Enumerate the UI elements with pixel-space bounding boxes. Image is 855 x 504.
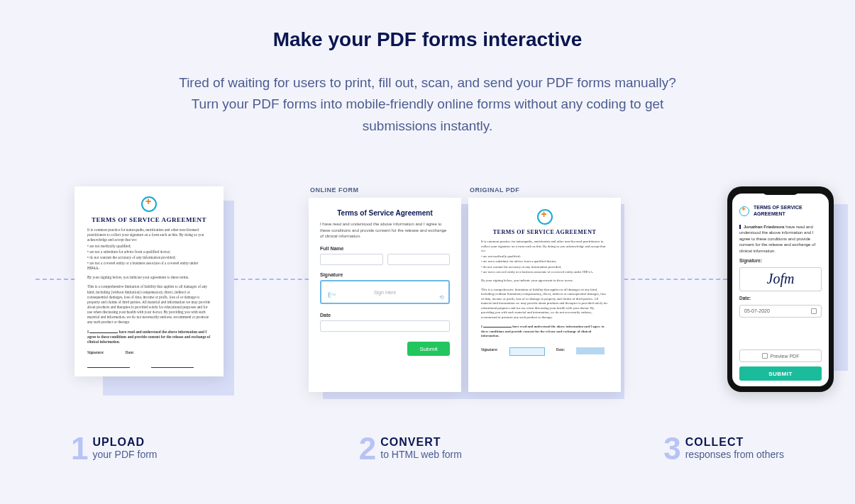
orig-signature-highlight	[509, 347, 545, 356]
orig-date-label: Date:	[556, 347, 565, 356]
step-collect: 3 COLLECT responses from others	[663, 435, 784, 463]
doc-date-line	[151, 361, 194, 368]
submit-button[interactable]: Submit	[407, 342, 450, 356]
orig-consent: I have read and understood the above inf…	[481, 324, 608, 338]
lastname-input[interactable]	[387, 254, 451, 265]
original-pdf-card: TERMS OF SERVICE AGREEMENT It is common …	[468, 198, 621, 392]
orig-p1: It is common practice for naturopaths, n…	[481, 240, 608, 253]
phone-form-title: TERMS OF SERVICE AGREEMENT	[754, 205, 822, 217]
orig-body: It is common practice for naturopaths, n…	[481, 240, 608, 355]
preview-pdf-button[interactable]: Preview PDF	[739, 349, 822, 362]
pdf-icon	[762, 353, 768, 359]
doc-date-label: Date:	[126, 350, 134, 355]
phone-date-input[interactable]: 05-07-2020	[739, 305, 822, 318]
phone-date-value: 05-07-2020	[744, 308, 770, 313]
orig-signature-label: Signature:	[481, 347, 498, 356]
signature-clear-icon[interactable]: ⟲	[439, 294, 444, 301]
signature-label: Signature	[320, 272, 450, 277]
original-pdf-head: ORIGINAL PDF	[468, 186, 621, 194]
phone-consent-text: Jonathan Friedmore have read and underst…	[739, 224, 822, 254]
phone-submit-button[interactable]: SUBMIT	[739, 366, 822, 381]
phone-signature-label: Signature:	[739, 258, 822, 263]
firstname-input[interactable]	[320, 254, 383, 265]
phone-date-label: Date:	[739, 296, 822, 301]
doc-bullet-3: • do not warrant the accuracy of any inf…	[87, 255, 211, 260]
step-3-desc: responses from others	[685, 449, 784, 460]
convert-preview: ONLINE FORM Terms of Service Agreement I…	[309, 186, 621, 392]
signature-pad[interactable]: Sign Here ℓ~ ⟲	[320, 280, 450, 304]
date-label: Date	[320, 313, 450, 318]
step-2-desc: to HTML web form	[380, 449, 462, 460]
online-form-title: Terms of Service Agreement	[320, 209, 450, 217]
doc-bullet-2: • are not a substitute for advice from a…	[87, 250, 211, 254]
orig-bullet-1: • are not medically qualified;	[481, 254, 608, 259]
collect-phone-preview: TERMS OF SERVICE AGREEMENT Jonathan Frie…	[727, 186, 834, 392]
doc-logo-icon	[141, 196, 157, 212]
hero-subtitle: Tired of waiting for users to print, fil…	[165, 72, 690, 137]
orig-logo-icon	[537, 209, 553, 225]
calendar-icon	[811, 308, 817, 314]
online-form-column: ONLINE FORM Terms of Service Agreement I…	[309, 186, 461, 392]
orig-bullet-3: • do not warrant the accuracy of any inf…	[481, 265, 608, 269]
doc-bullet-4: • are not a covered entity or a business…	[87, 261, 211, 271]
orig-bullet-4: • are not a covered entity or a business…	[481, 270, 608, 274]
orig-title: TERMS OF SERVICE AGREEMENT	[481, 229, 608, 235]
phone-screen: TERMS OF SERVICE AGREEMENT Jonathan Frie…	[732, 194, 829, 386]
step-3-heading: COLLECT	[685, 436, 784, 449]
orig-name-blank	[483, 324, 512, 327]
step-1-number: 1	[71, 435, 88, 463]
illustration-stage: TERMS OF SERVICE AGREEMENT It is common …	[35, 186, 820, 406]
orig-p2: By your signing below, you indicate your…	[481, 279, 608, 283]
phone-notch	[763, 191, 798, 195]
preview-pdf-label: Preview PDF	[771, 354, 800, 359]
orig-date-highlight	[576, 347, 605, 354]
step-2-number: 2	[359, 435, 376, 463]
step-1-heading: UPLOAD	[92, 436, 157, 449]
phone-logo-icon	[739, 206, 749, 216]
step-2-heading: CONVERT	[380, 436, 462, 449]
doc-title: TERMS OF SERVICE AGREEMENT	[87, 216, 211, 223]
doc-name-blank	[89, 330, 118, 333]
phone-user-name: Jonathan Friedmore	[744, 225, 785, 229]
doc-consent: I have read and understood the above inf…	[87, 330, 211, 345]
online-form-desc: I have read and understood the above inf…	[320, 221, 450, 239]
phone-signature-value[interactable]: Jofm	[739, 267, 822, 291]
steps-row: 1 UPLOAD your PDF form 2 CONVERT to HTML…	[35, 435, 820, 463]
fullname-label: Full Name	[320, 246, 450, 251]
doc-body: It is common practice for naturopaths, n…	[87, 228, 211, 368]
step-convert: 2 CONVERT to HTML web form	[359, 435, 462, 463]
step-3-number: 3	[663, 435, 680, 463]
upload-pdf-preview: TERMS OF SERVICE AGREEMENT It is common …	[75, 186, 224, 376]
doc-p1: It is common practice for naturopaths, n…	[87, 228, 211, 242]
hero-title: Make your PDF forms interactive	[35, 28, 820, 51]
doc-bullet-1: • are not medically qualified;	[87, 244, 211, 249]
doc-p2: By your signing below, you indicate your…	[87, 275, 211, 280]
signature-scribble-icon: ℓ~	[327, 290, 336, 301]
step-upload: 1 UPLOAD your PDF form	[71, 435, 158, 463]
sign-here-text: Sign Here	[374, 290, 396, 295]
original-pdf-column: ORIGINAL PDF TERMS OF SERVICE AGREEMENT …	[468, 186, 621, 392]
step-1-desc: your PDF form	[92, 449, 157, 460]
doc-signature-line	[87, 361, 130, 368]
doc-p3: This is a comprehensive limitation of li…	[87, 284, 211, 325]
online-form-head: ONLINE FORM	[309, 186, 461, 194]
doc-signature-label: Signature:	[87, 350, 104, 355]
online-form-card: Terms of Service Agreement I have read a…	[309, 198, 461, 392]
date-input[interactable]	[320, 320, 450, 332]
orig-p3: This is a comprehensive limitation of li…	[481, 288, 608, 320]
orig-bullet-2: • are not a substitute for advice from a…	[481, 259, 608, 264]
